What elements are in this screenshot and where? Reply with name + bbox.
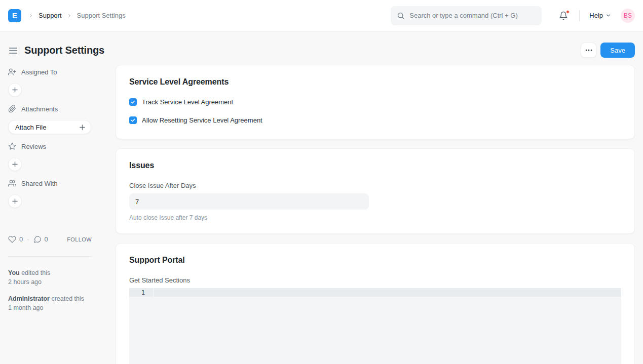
page-container: Support Settings Save Assigned To bbox=[0, 31, 643, 364]
dot-separator: · bbox=[27, 235, 29, 243]
navbar-right: Help BS bbox=[391, 6, 635, 25]
attachments-section-label: Attachments bbox=[8, 104, 106, 113]
edited-action: edited this bbox=[21, 269, 50, 276]
navbar-divider bbox=[579, 10, 580, 21]
plus-icon bbox=[12, 198, 18, 204]
section-service-level-agreements: Service Level Agreements Track Service L… bbox=[116, 65, 635, 139]
shared-with-label: Shared With bbox=[21, 180, 58, 187]
heart-icon[interactable] bbox=[8, 235, 16, 244]
page-head: Support Settings Save bbox=[8, 31, 635, 65]
checkbox-checked[interactable] bbox=[129, 116, 137, 124]
attach-file-button[interactable]: Attach File bbox=[8, 120, 91, 134]
created-when: 1 month ago bbox=[8, 304, 44, 311]
editor-gutter-divider bbox=[153, 288, 154, 297]
assigned-to-section-label: Assigned To bbox=[8, 67, 106, 76]
section-title: Support Portal bbox=[129, 256, 621, 265]
section-title: Issues bbox=[129, 161, 621, 170]
menu-icon bbox=[9, 47, 17, 54]
paperclip-icon bbox=[8, 105, 16, 113]
add-assignment-button[interactable] bbox=[8, 83, 22, 97]
star-icon bbox=[8, 142, 16, 150]
save-button[interactable]: Save bbox=[600, 43, 635, 58]
checkbox-row-track-sla: Track Service Level Agreement bbox=[129, 98, 621, 106]
search-icon bbox=[397, 12, 405, 20]
ellipsis-icon bbox=[585, 49, 592, 51]
follow-button[interactable]: FOLLOW bbox=[67, 236, 92, 242]
chevron-right-icon bbox=[67, 13, 72, 18]
add-review-button[interactable] bbox=[8, 157, 22, 171]
form-sidebar: Assigned To Attachments Attach File bbox=[8, 65, 106, 320]
page-title: Support Settings bbox=[24, 45, 104, 56]
editor-line-number: 1 bbox=[129, 289, 153, 296]
checkbox-checked[interactable] bbox=[129, 98, 137, 106]
created-action: created this bbox=[51, 295, 84, 302]
share-button[interactable] bbox=[8, 194, 22, 208]
get-started-sections-code-editor[interactable]: 1 bbox=[129, 288, 621, 364]
likes-count: 0 bbox=[19, 235, 23, 243]
plus-icon bbox=[12, 161, 18, 167]
edited-info: You edited this 2 hours ago bbox=[8, 268, 106, 287]
attachments-label: Attachments bbox=[21, 105, 58, 113]
plus-icon bbox=[12, 87, 18, 93]
search-input[interactable] bbox=[409, 12, 536, 19]
chevron-down-icon bbox=[606, 13, 611, 18]
sidebar-toggle-button[interactable] bbox=[8, 46, 18, 55]
help-label: Help bbox=[589, 12, 603, 19]
checkbox-label[interactable]: Allow Resetting Service Level Agreement bbox=[142, 116, 262, 124]
edited-by: You bbox=[8, 269, 20, 276]
shared-with-section-label: Shared With bbox=[8, 179, 106, 188]
navbar: E Support Support Settings Help bbox=[0, 0, 643, 31]
page-actions: Save bbox=[581, 43, 635, 58]
get-started-sections-label: Get Started Sections bbox=[129, 276, 621, 284]
users-icon bbox=[8, 179, 16, 187]
sidebar-divider bbox=[8, 256, 92, 257]
notifications-button[interactable] bbox=[557, 10, 570, 22]
comments-count: 0 bbox=[45, 235, 48, 243]
close-issue-after-days-input[interactable] bbox=[129, 193, 369, 210]
breadcrumb-support[interactable]: Support bbox=[39, 12, 62, 19]
attach-file-label: Attach File bbox=[15, 124, 46, 131]
app-logo-icon[interactable]: E bbox=[8, 9, 21, 22]
page-layout: Assigned To Attachments Attach File bbox=[8, 65, 635, 364]
reviews-section-label: Reviews bbox=[8, 142, 106, 151]
help-dropdown[interactable]: Help bbox=[589, 12, 611, 19]
breadcrumb: Support Support Settings bbox=[28, 12, 126, 19]
comment-icon[interactable] bbox=[33, 235, 42, 244]
section-issues: Issues Close Issue After Days Auto close… bbox=[116, 148, 635, 234]
user-avatar[interactable]: BS bbox=[621, 9, 635, 23]
reviews-label: Reviews bbox=[21, 143, 46, 150]
checkbox-label[interactable]: Track Service Level Agreement bbox=[142, 98, 233, 106]
created-info: Administrator created this 1 month ago bbox=[8, 294, 106, 312]
created-by: Administrator bbox=[8, 295, 50, 302]
notification-dot bbox=[566, 10, 570, 14]
checkbox-row-allow-resetting-sla: Allow Resetting Service Level Agreement bbox=[129, 116, 621, 124]
assigned-to-label: Assigned To bbox=[21, 68, 57, 76]
plus-icon bbox=[80, 125, 85, 130]
menu-ellipsis-button[interactable] bbox=[581, 43, 596, 58]
field-help-text: Auto close Issue after 7 days bbox=[129, 214, 621, 221]
global-search[interactable] bbox=[391, 6, 542, 25]
user-plus-icon bbox=[8, 68, 16, 76]
section-title: Service Level Agreements bbox=[129, 77, 621, 87]
edited-when: 2 hours ago bbox=[8, 278, 42, 286]
section-support-portal: Support Portal Get Started Sections 1 bbox=[116, 243, 635, 364]
breadcrumb-support-settings[interactable]: Support Settings bbox=[77, 12, 126, 19]
form-body: Service Level Agreements Track Service L… bbox=[116, 65, 635, 364]
editor-active-line: 1 bbox=[129, 288, 621, 297]
engagement-row: 0 · 0 FOLLOW bbox=[8, 235, 92, 244]
chevron-right-icon bbox=[28, 13, 33, 18]
close-issue-after-days-label: Close Issue After Days bbox=[129, 182, 621, 189]
